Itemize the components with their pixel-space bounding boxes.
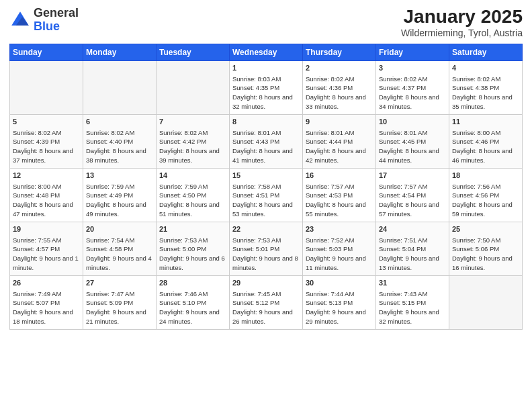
logo-icon <box>9 9 31 31</box>
calendar-cell: 11Sunrise: 8:00 AMSunset: 4:46 PMDayligh… <box>449 114 523 168</box>
day-info: Sunrise: 7:44 AMSunset: 5:13 PMDaylight:… <box>306 290 366 325</box>
day-number: 18 <box>452 171 519 181</box>
day-info: Sunrise: 7:47 AMSunset: 5:09 PMDaylight:… <box>86 290 146 325</box>
header-sunday: Sunday <box>10 44 83 60</box>
day-number: 8 <box>232 117 300 127</box>
calendar: Sunday Monday Tuesday Wednesday Thursday… <box>9 44 523 330</box>
day-info: Sunrise: 7:54 AMSunset: 4:58 PMDaylight:… <box>86 236 152 271</box>
day-number: 6 <box>86 117 153 127</box>
calendar-cell <box>10 60 83 114</box>
logo-text: General Blue <box>34 7 79 34</box>
day-number: 26 <box>13 278 80 288</box>
page-header: General Blue January 2025 Wildermieming,… <box>9 7 523 38</box>
day-info: Sunrise: 7:58 AMSunset: 4:51 PMDaylight:… <box>232 183 293 218</box>
weekday-header-row: Sunday Monday Tuesday Wednesday Thursday… <box>10 44 523 60</box>
day-info: Sunrise: 7:49 AMSunset: 5:07 PMDaylight:… <box>13 290 73 325</box>
title-block: January 2025 Wildermieming, Tyrol, Austr… <box>401 7 523 38</box>
header-friday: Friday <box>376 44 449 60</box>
calendar-cell: 25Sunrise: 7:50 AMSunset: 5:06 PMDayligh… <box>449 222 523 275</box>
day-number: 7 <box>159 117 226 127</box>
day-info: Sunrise: 7:46 AMSunset: 5:10 PMDaylight:… <box>159 290 220 325</box>
day-number: 31 <box>379 278 446 288</box>
day-number: 15 <box>232 171 300 181</box>
calendar-cell: 26Sunrise: 7:49 AMSunset: 5:07 PMDayligh… <box>10 275 83 329</box>
calendar-cell: 21Sunrise: 7:53 AMSunset: 5:00 PMDayligh… <box>157 222 230 275</box>
calendar-cell: 22Sunrise: 7:53 AMSunset: 5:01 PMDayligh… <box>230 222 303 275</box>
day-number: 21 <box>159 224 226 234</box>
calendar-cell: 4Sunrise: 8:02 AMSunset: 4:38 PMDaylight… <box>449 60 523 114</box>
calendar-cell: 5Sunrise: 8:02 AMSunset: 4:39 PMDaylight… <box>10 114 83 168</box>
day-number: 19 <box>13 224 80 234</box>
calendar-cell <box>83 60 157 114</box>
calendar-cell: 2Sunrise: 8:02 AMSunset: 4:36 PMDaylight… <box>303 60 376 114</box>
day-number: 3 <box>379 63 446 73</box>
day-number: 20 <box>86 224 153 234</box>
logo: General Blue <box>9 7 79 34</box>
calendar-cell <box>157 60 230 114</box>
day-info: Sunrise: 7:59 AMSunset: 4:49 PMDaylight:… <box>86 183 146 218</box>
day-number: 11 <box>452 117 519 127</box>
calendar-cell: 15Sunrise: 7:58 AMSunset: 4:51 PMDayligh… <box>230 168 303 222</box>
calendar-cell: 16Sunrise: 7:57 AMSunset: 4:53 PMDayligh… <box>303 168 376 222</box>
day-number: 12 <box>13 171 80 181</box>
day-number: 4 <box>452 63 519 73</box>
calendar-cell: 28Sunrise: 7:46 AMSunset: 5:10 PMDayligh… <box>157 275 230 329</box>
calendar-week-2: 5Sunrise: 8:02 AMSunset: 4:39 PMDaylight… <box>10 114 523 168</box>
day-info: Sunrise: 7:45 AMSunset: 5:12 PMDaylight:… <box>232 290 293 325</box>
calendar-cell: 13Sunrise: 7:59 AMSunset: 4:49 PMDayligh… <box>83 168 157 222</box>
calendar-cell: 19Sunrise: 7:55 AMSunset: 4:57 PMDayligh… <box>10 222 83 275</box>
day-info: Sunrise: 7:50 AMSunset: 5:06 PMDaylight:… <box>452 236 513 271</box>
header-tuesday: Tuesday <box>157 44 230 60</box>
day-info: Sunrise: 8:00 AMSunset: 4:48 PMDaylight:… <box>13 183 73 218</box>
calendar-cell: 24Sunrise: 7:51 AMSunset: 5:04 PMDayligh… <box>376 222 449 275</box>
day-info: Sunrise: 8:02 AMSunset: 4:40 PMDaylight:… <box>86 129 146 164</box>
calendar-week-4: 19Sunrise: 7:55 AMSunset: 4:57 PMDayligh… <box>10 222 523 275</box>
day-number: 17 <box>379 171 446 181</box>
header-saturday: Saturday <box>449 44 523 60</box>
day-info: Sunrise: 8:02 AMSunset: 4:39 PMDaylight:… <box>13 129 73 164</box>
day-info: Sunrise: 7:57 AMSunset: 4:54 PMDaylight:… <box>379 183 439 218</box>
day-number: 5 <box>13 117 80 127</box>
day-info: Sunrise: 7:59 AMSunset: 4:50 PMDaylight:… <box>159 183 220 218</box>
day-info: Sunrise: 8:02 AMSunset: 4:38 PMDaylight:… <box>452 75 513 110</box>
day-number: 13 <box>86 171 153 181</box>
day-info: Sunrise: 8:02 AMSunset: 4:36 PMDaylight:… <box>306 75 366 110</box>
day-number: 23 <box>306 224 373 234</box>
day-number: 14 <box>159 171 226 181</box>
calendar-cell: 23Sunrise: 7:52 AMSunset: 5:03 PMDayligh… <box>303 222 376 275</box>
calendar-cell: 31Sunrise: 7:43 AMSunset: 5:15 PMDayligh… <box>376 275 449 329</box>
calendar-cell: 27Sunrise: 7:47 AMSunset: 5:09 PMDayligh… <box>83 275 157 329</box>
calendar-week-5: 26Sunrise: 7:49 AMSunset: 5:07 PMDayligh… <box>10 275 523 329</box>
header-thursday: Thursday <box>303 44 376 60</box>
calendar-cell: 20Sunrise: 7:54 AMSunset: 4:58 PMDayligh… <box>83 222 157 275</box>
day-number: 25 <box>452 224 519 234</box>
day-info: Sunrise: 8:01 AMSunset: 4:44 PMDaylight:… <box>306 129 366 164</box>
calendar-cell: 14Sunrise: 7:59 AMSunset: 4:50 PMDayligh… <box>157 168 230 222</box>
day-info: Sunrise: 8:03 AMSunset: 4:35 PMDaylight:… <box>232 75 293 110</box>
day-number: 30 <box>306 278 373 288</box>
calendar-cell: 3Sunrise: 8:02 AMSunset: 4:37 PMDaylight… <box>376 60 449 114</box>
day-info: Sunrise: 8:02 AMSunset: 4:42 PMDaylight:… <box>159 129 220 164</box>
day-number: 9 <box>306 117 373 127</box>
day-number: 1 <box>232 63 300 73</box>
day-number: 24 <box>379 224 446 234</box>
day-info: Sunrise: 8:00 AMSunset: 4:46 PMDaylight:… <box>452 129 513 164</box>
day-info: Sunrise: 7:55 AMSunset: 4:57 PMDaylight:… <box>13 236 79 271</box>
calendar-cell: 30Sunrise: 7:44 AMSunset: 5:13 PMDayligh… <box>303 275 376 329</box>
calendar-cell: 12Sunrise: 8:00 AMSunset: 4:48 PMDayligh… <box>10 168 83 222</box>
day-info: Sunrise: 7:53 AMSunset: 5:01 PMDaylight:… <box>232 236 298 271</box>
calendar-week-1: 1Sunrise: 8:03 AMSunset: 4:35 PMDaylight… <box>10 60 523 114</box>
calendar-cell: 10Sunrise: 8:01 AMSunset: 4:45 PMDayligh… <box>376 114 449 168</box>
day-number: 29 <box>232 278 300 288</box>
calendar-cell: 29Sunrise: 7:45 AMSunset: 5:12 PMDayligh… <box>230 275 303 329</box>
calendar-cell: 8Sunrise: 8:01 AMSunset: 4:43 PMDaylight… <box>230 114 303 168</box>
day-info: Sunrise: 7:43 AMSunset: 5:15 PMDaylight:… <box>379 290 439 325</box>
calendar-cell: 9Sunrise: 8:01 AMSunset: 4:44 PMDaylight… <box>303 114 376 168</box>
calendar-cell: 6Sunrise: 8:02 AMSunset: 4:40 PMDaylight… <box>83 114 157 168</box>
location: Wildermieming, Tyrol, Austria <box>401 28 523 38</box>
day-info: Sunrise: 7:52 AMSunset: 5:03 PMDaylight:… <box>306 236 366 271</box>
day-info: Sunrise: 8:01 AMSunset: 4:45 PMDaylight:… <box>379 129 439 164</box>
day-info: Sunrise: 7:51 AMSunset: 5:04 PMDaylight:… <box>379 236 439 271</box>
day-number: 28 <box>159 278 226 288</box>
day-number: 27 <box>86 278 153 288</box>
